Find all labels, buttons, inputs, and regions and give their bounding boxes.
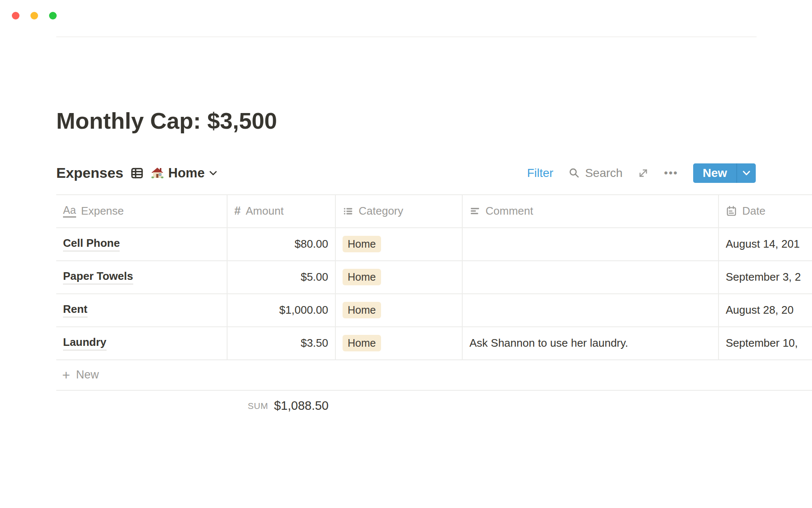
column-label: Date — [742, 204, 765, 218]
column-header-comment[interactable]: Comment — [463, 194, 719, 228]
sum-value: $1,088.50 — [274, 399, 329, 413]
comment-cell[interactable]: Ask Shannon to use her laundry. — [463, 327, 719, 360]
comment-cell[interactable] — [463, 294, 719, 327]
plus-icon: + — [62, 368, 70, 382]
select-property-icon — [343, 206, 354, 217]
date-cell[interactable]: September 10, — [719, 327, 812, 360]
search-button[interactable]: Search — [568, 166, 623, 180]
category-cell[interactable]: Home — [336, 228, 463, 261]
category-tag: Home — [343, 236, 381, 252]
column-label: Comment — [486, 204, 533, 218]
category-cell[interactable]: Home — [336, 327, 463, 360]
view-name: Expenses — [56, 165, 123, 181]
diagonal-expand-arrows-icon — [638, 168, 649, 179]
notion-window: Monthly Cap: $3,500 Expenses — [0, 0, 812, 508]
text-property-icon: Aa — [63, 205, 76, 218]
text-align-property-icon — [469, 206, 480, 217]
header-divider — [56, 36, 757, 37]
window-controls — [12, 12, 57, 19]
table-row: Paper Towels $5.00 Home September 3, 2 — [56, 261, 812, 294]
number-property-icon: # — [234, 204, 241, 218]
expense-page-link[interactable]: Laundry — [63, 336, 107, 351]
new-record-dropdown[interactable] — [737, 163, 756, 183]
expense-cell[interactable]: Cell Phone — [56, 228, 228, 261]
amount-cell[interactable]: $1,000.00 — [228, 294, 336, 327]
comment-cell[interactable] — [463, 261, 719, 294]
column-header-date[interactable]: Date — [719, 194, 812, 228]
new-record-button[interactable]: New — [693, 163, 756, 183]
category-tag: Home — [343, 269, 381, 285]
add-new-row-label: New — [76, 368, 99, 381]
expense-cell[interactable]: Laundry — [56, 327, 228, 360]
amount-cell[interactable]: $3.50 — [228, 327, 336, 360]
linked-database-selector[interactable]: Home — [151, 166, 217, 181]
column-header-category[interactable]: Category — [336, 194, 463, 228]
date-cell[interactable]: August 14, 201 — [719, 228, 812, 261]
close-window-button[interactable] — [12, 12, 19, 19]
filter-button[interactable]: Filter — [527, 166, 553, 180]
expense-cell[interactable]: Paper Towels — [56, 261, 228, 294]
more-options-button[interactable]: ••• — [664, 166, 678, 179]
category-tag: Home — [343, 302, 381, 318]
linked-database-name: Home — [168, 166, 205, 181]
expenses-table: Aa Expense # Amount — [56, 194, 812, 418]
date-cell[interactable]: August 28, 20 — [719, 294, 812, 327]
amount-column-calculation[interactable]: SUM $1,088.50 — [56, 394, 335, 418]
table-row: Laundry $3.50 Home Ask Shannon to use he… — [56, 327, 812, 360]
zoom-window-button[interactable] — [49, 12, 57, 19]
expense-page-link[interactable]: Paper Towels — [63, 270, 133, 284]
column-header-expense[interactable]: Aa Expense — [56, 194, 228, 228]
column-label: Amount — [246, 204, 284, 218]
category-tag: Home — [343, 335, 381, 351]
table-row: Cell Phone $80.00 Home August 14, 201 — [56, 228, 812, 261]
magnifier-icon — [568, 167, 580, 179]
expense-cell[interactable]: Rent — [56, 294, 228, 327]
category-cell[interactable]: Home — [336, 261, 463, 294]
table-header-row: Aa Expense # Amount — [56, 194, 812, 228]
expense-page-link[interactable]: Rent — [63, 303, 88, 318]
table-row: Rent $1,000.00 Home August 28, 20 — [56, 294, 812, 327]
add-new-row-button[interactable]: + New — [56, 360, 812, 391]
column-label: Category — [359, 204, 403, 218]
comment-cell[interactable] — [463, 228, 719, 261]
new-record-label: New — [693, 163, 736, 183]
page-content: Monthly Cap: $3,500 Expenses — [0, 0, 812, 418]
column-header-amount[interactable]: # Amount — [228, 194, 336, 228]
minimize-window-button[interactable] — [30, 12, 38, 19]
amount-cell[interactable]: $5.00 — [228, 261, 336, 294]
column-label: Expense — [81, 204, 124, 218]
expense-page-link[interactable]: Cell Phone — [63, 237, 120, 251]
search-label: Search — [585, 166, 623, 180]
amount-cell[interactable]: $80.00 — [228, 228, 336, 261]
category-cell[interactable]: Home — [336, 294, 463, 327]
house-emoji-icon — [151, 166, 164, 180]
collection-title-group: Expenses — [56, 165, 217, 181]
expand-view-button[interactable] — [638, 168, 649, 179]
collection-header: Expenses — [56, 162, 812, 185]
chevron-down-icon — [209, 170, 217, 176]
page-title: Monthly Cap: $3,500 — [56, 107, 812, 135]
table-body: Cell Phone $80.00 Home August 14, 201 Pa… — [56, 228, 812, 360]
sum-label: SUM — [248, 401, 268, 411]
table-grid-icon — [130, 166, 144, 180]
collection-toolbar: Filter Search — [527, 163, 756, 183]
date-cell[interactable]: September 3, 2 — [719, 261, 812, 294]
calendar-property-icon — [726, 205, 737, 217]
